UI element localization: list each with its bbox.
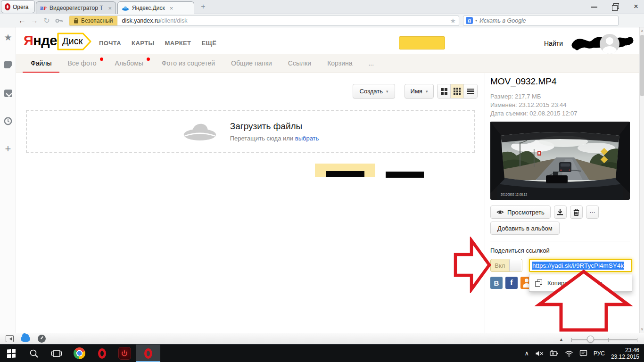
more-actions-button[interactable]: … (586, 206, 599, 219)
bookmarks-star-icon[interactable]: ★ (3, 33, 13, 42)
page-viewport: ★ + Яндекс Диск ПОЧТА КАРТЫ МАРКЕТ ЕЩЁ Н… (0, 27, 644, 344)
vk-share-button[interactable]: В (490, 277, 503, 289)
redacted-search-button[interactable] (399, 36, 445, 49)
url-field[interactable]: Безопасный disk.yandex.ru/client/disk ★ (69, 16, 459, 26)
video-thumbnail[interactable]: 20150802 12:08:12 (490, 122, 630, 200)
preview-button[interactable]: Просмотреть (490, 206, 551, 219)
opera-menu-label: Opera (13, 4, 28, 10)
google-icon: g (466, 17, 473, 24)
choose-file-link[interactable]: выбрать (295, 135, 319, 142)
back-button[interactable]: ← (16, 16, 28, 25)
browser-tab-2-active[interactable]: Яндекс.Диск × (117, 1, 194, 14)
redacted-filename (326, 171, 364, 177)
nav-mail[interactable]: ПОЧТА (99, 40, 121, 47)
chevron-down-icon: ▾ (386, 89, 388, 94)
find-button[interactable]: Найти (544, 40, 563, 47)
opera-menu-button[interactable]: Opera (1, 0, 35, 13)
tab-links[interactable]: Ссылки (280, 54, 319, 73)
scroll-down-arrow[interactable]: ∨ (640, 327, 644, 331)
scrollbar-thumb[interactable] (640, 35, 644, 96)
download-button[interactable] (554, 206, 567, 219)
panel-toggle-icon[interactable] (6, 335, 14, 342)
reload-button[interactable]: ↻ (41, 16, 53, 25)
opera-active-taskbar-button[interactable] (136, 345, 160, 362)
browser-tab-1[interactable]: ВР Видеорегистратор Tre... × (36, 1, 116, 14)
facebook-share-button[interactable]: f (505, 277, 518, 289)
vertical-scrollbar[interactable]: ∧ ∨ (639, 27, 644, 333)
yandex-disk-favicon (122, 4, 129, 12)
address-bar: ← → ↻ Безопасный disk.yandex.ru/client/d… (0, 14, 644, 27)
taskbar-search-button[interactable] (23, 345, 45, 362)
chrome-taskbar-button[interactable] (68, 345, 91, 362)
small-grid-icon (454, 88, 461, 95)
nav-more[interactable]: ЕЩЁ (201, 40, 216, 47)
volume-muted-icon[interactable] (535, 350, 544, 357)
tab-close-icon[interactable]: × (108, 5, 112, 12)
scroll-up-arrow[interactable]: ∧ (640, 29, 644, 33)
tab-albums[interactable]: Альбомы (107, 54, 154, 73)
create-button[interactable]: Создать▾ (353, 84, 395, 99)
wifi-icon[interactable] (565, 350, 573, 357)
toggle-knob[interactable] (509, 259, 522, 272)
tab-social-photos[interactable]: Фото из соцсетей (154, 54, 223, 73)
tab-more[interactable]: ... (360, 54, 382, 73)
upload-dropzone[interactable]: Загрузить файлы Перетащить сюда или выбр… (26, 110, 475, 153)
security-badge[interactable]: Безопасный (69, 16, 117, 25)
new-tab-button[interactable]: + (198, 2, 208, 12)
file-shot-date: Дата съемки: 02.08.2015 12:07 (490, 109, 578, 118)
tab-trash[interactable]: Корзина (319, 54, 360, 73)
close-button[interactable]: × (632, 2, 640, 11)
list-icon (467, 88, 474, 95)
restore-button[interactable] (611, 2, 619, 11)
language-indicator[interactable]: РУС (594, 350, 605, 357)
nav-maps[interactable]: КАРТЫ (132, 40, 155, 47)
add-panel-icon[interactable]: + (3, 144, 13, 154)
taskbar-clock[interactable]: 23:46 23.12.2015 (611, 347, 639, 360)
view-large-tiles-button[interactable] (438, 84, 451, 98)
zoom-slider-knob[interactable] (587, 336, 594, 343)
forward-button[interactable]: → (28, 16, 41, 25)
tab-title: Яндекс.Диск (132, 5, 165, 11)
tab-all-photos[interactable]: Все фото (59, 54, 107, 73)
share-toggle[interactable]: Вкл (490, 259, 522, 272)
search-icon (29, 349, 39, 358)
action-center-icon[interactable] (579, 350, 587, 357)
sync-cloud-icon[interactable] (21, 336, 30, 342)
view-small-tiles-button[interactable] (451, 84, 464, 98)
disk-service-badge[interactable]: Диск (57, 32, 92, 51)
power-app-button[interactable] (113, 345, 136, 362)
history-clock-icon[interactable] (3, 117, 13, 126)
nav-market[interactable]: МАРКЕТ (165, 40, 191, 47)
chrome-icon (74, 347, 85, 359)
opera-taskbar-button[interactable] (91, 345, 113, 362)
downloads-icon[interactable] (4, 90, 12, 97)
tab-files[interactable]: Файлы (23, 54, 59, 73)
bookmark-star-icon[interactable]: ★ (450, 17, 456, 25)
tab-title: Видеорегистратор Tre... (50, 5, 103, 11)
search-engine-dropdown-icon[interactable]: ▾ (475, 18, 477, 23)
view-list-button[interactable] (464, 84, 477, 98)
sort-by-button[interactable]: Имя▾ (405, 84, 434, 99)
search-box[interactable]: g ▾ Искать в Google (463, 16, 619, 26)
zoom-slider-track[interactable] (571, 339, 637, 340)
view-switcher (437, 84, 478, 99)
tray-expand-icon[interactable]: ∧ (524, 350, 529, 357)
battery-status-icon[interactable] (550, 350, 559, 356)
user-avatar[interactable] (600, 34, 619, 54)
add-to-album-button[interactable]: Добавить в альбом (490, 222, 560, 235)
upload-title: Загрузить файлы (230, 121, 319, 132)
minimize-button[interactable] (590, 2, 599, 11)
speed-dial-icon[interactable] (38, 335, 46, 343)
tab-close-icon[interactable]: × (170, 5, 173, 12)
toggle-on-label: Вкл (491, 259, 509, 272)
notes-icon[interactable] (4, 61, 12, 68)
yandex-disk-site: Яндекс Диск ПОЧТА КАРТЫ МАРКЕТ ЕЩЁ Найти… (16, 27, 639, 333)
key-icon[interactable] (53, 16, 65, 25)
delete-button[interactable] (570, 206, 583, 219)
start-button[interactable] (0, 345, 23, 362)
zoom-up-icon[interactable]: ▲ (559, 337, 563, 342)
url-text: disk.yandex.ru/client/disk (122, 17, 187, 24)
task-view-button[interactable] (45, 345, 68, 362)
tab-shared-folders[interactable]: Общие папки (223, 54, 280, 73)
opera-status-bar: ▲ (0, 333, 644, 344)
